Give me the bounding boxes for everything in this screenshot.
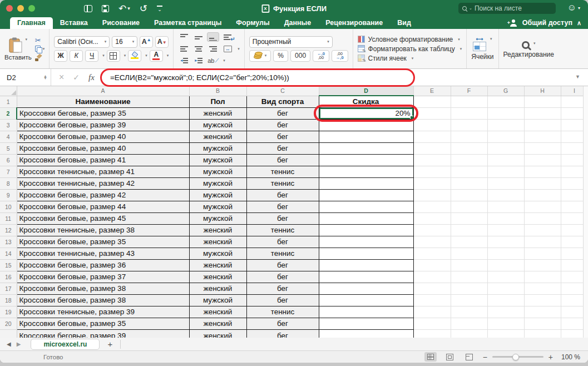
cell-C10[interactable]: бег [246,201,319,212]
sheet-tab-microexcel[interactable]: microexcel.ru [31,339,100,350]
empty-cell[interactable] [487,142,524,154]
empty-cell[interactable] [524,189,561,201]
cell-B8[interactable]: мужской [189,177,246,189]
row-number-19[interactable]: 19 [0,306,17,318]
borders-button[interactable] [107,50,120,62]
empty-cell[interactable] [524,294,561,306]
cell-D19[interactable] [319,306,413,318]
empty-cell[interactable] [413,201,451,212]
cell-C19[interactable]: теннис [246,306,319,318]
fill-color-button[interactable] [128,50,141,62]
italic-button[interactable]: К [70,50,83,62]
empty-cell[interactable] [413,96,451,107]
cell-C13[interactable]: бег [246,236,319,248]
empty-cell[interactable] [451,96,487,107]
cell-A3[interactable]: Кроссовки беговые, размер 39 [17,119,189,131]
add-sheet-button[interactable]: + [107,339,112,349]
number-format-select[interactable]: Процентный▾ [249,36,333,48]
empty-cell[interactable] [487,294,524,306]
align-top-button[interactable] [178,32,190,42]
cell-C3[interactable]: бег [246,119,319,131]
row-number-9[interactable]: 9 [0,189,17,201]
cell-A10[interactable]: Кроссовки беговые, размер 44 [17,201,189,212]
zoom-in-button[interactable]: + [549,353,553,362]
cell-D4[interactable] [319,131,413,142]
borders-dropdown-icon[interactable]: ▾ [124,53,126,58]
cell-C2[interactable]: бег [246,107,319,119]
undo-icon[interactable]: ↶▾ [118,4,130,13]
header-cell-C1[interactable]: Вид спорта [246,96,319,107]
increase-decimal-button[interactable]: ←,0,00 [313,50,329,62]
cell-D12[interactable] [319,224,413,236]
bold-button[interactable]: Ж [54,50,67,62]
header-cell-D1[interactable]: Скидка [319,96,413,107]
cancel-icon[interactable]: × [59,72,64,82]
cell-C6[interactable]: бег [246,154,319,166]
fill-color-dropdown-icon[interactable]: ▾ [145,53,147,58]
column-header-B[interactable]: B [189,86,246,96]
cell-D7[interactable] [319,166,413,177]
tab-вид[interactable]: Вид [390,17,418,29]
merge-center-button[interactable]: ↔ [221,44,234,53]
name-box[interactable]: D2 ▲▼ [0,69,51,86]
align-bottom-button[interactable] [207,32,219,42]
row-number-11[interactable]: 11 [0,212,17,224]
row-number-21[interactable] [0,329,17,338]
row-number-5[interactable]: 5 [0,142,17,154]
tab-данные[interactable]: Данные [277,17,319,29]
enter-icon[interactable]: ✓ [73,73,80,82]
cell-D3[interactable] [319,119,413,131]
empty-cell[interactable] [413,177,451,189]
cell-A5[interactable]: Кроссовки беговые, размер 40 [17,142,189,154]
conditional-formatting-button[interactable]: Условное форматирование ▾ [358,36,462,43]
empty-cell[interactable] [487,329,524,338]
empty-cell[interactable] [451,142,487,154]
cell-A15[interactable]: Кроссовки беговые, размер 36 [17,259,189,271]
empty-cell[interactable] [413,212,451,224]
empty-cell[interactable] [524,212,561,224]
empty-cell[interactable] [524,177,561,189]
cell-D11[interactable] [319,212,413,224]
empty-cell[interactable] [413,283,451,294]
empty-cell[interactable] [524,154,561,166]
cell-A9[interactable]: Кроссовки беговые, размер 42 [17,189,189,201]
empty-cell[interactable] [451,201,487,212]
decrease-decimal-button[interactable]: ,00→,0 [332,50,348,62]
empty-cell[interactable] [413,224,451,236]
empty-cell[interactable] [487,201,524,212]
cell-D16[interactable] [319,271,413,283]
empty-cell[interactable] [413,318,451,329]
empty-cell[interactable] [451,283,487,294]
decrease-indent-button[interactable]: ◂ [178,56,190,65]
cell-styles-button[interactable]: Стили ячеек ▾ [358,55,462,62]
cell-D15[interactable] [319,259,413,271]
empty-cell[interactable] [524,248,561,259]
empty-cell[interactable] [487,318,524,329]
empty-cell[interactable] [451,177,487,189]
align-right-button[interactable] [207,44,219,53]
row-number-16[interactable]: 16 [0,271,17,283]
cell-C21[interactable]: бег [246,329,319,338]
cell-A8[interactable]: Кроссовки теннисные, размер 42 [17,177,189,189]
cell-C9[interactable]: бег [246,189,319,201]
empty-cell[interactable] [451,224,487,236]
empty-cell[interactable] [487,107,524,119]
header-cell-A1[interactable]: Наименование [17,96,189,107]
empty-cell[interactable] [487,189,524,201]
row-number-12[interactable]: 12 [0,224,17,236]
header-cell-B1[interactable]: Пол [189,96,246,107]
cell-A17[interactable]: Кроссовки беговые, размер 38 [17,283,189,294]
shrink-font-button[interactable]: A▼ [155,36,169,48]
fullscreen-window-button[interactable] [28,5,35,12]
cell-C4[interactable]: бег [246,131,319,142]
next-sheet-icon[interactable]: ▶ [17,341,21,347]
column-header-D[interactable]: D [319,86,413,96]
row-number-18[interactable]: 18 [0,294,17,306]
align-middle-button[interactable] [192,32,205,42]
undo-dropdown-icon[interactable]: ▾ [127,6,130,11]
underline-button[interactable]: Ч [85,50,98,62]
empty-cell[interactable] [524,119,561,131]
cell-A14[interactable]: Кроссовки теннисные, размер 43 [17,248,189,259]
empty-cell[interactable] [413,166,451,177]
empty-cell[interactable] [451,236,487,248]
